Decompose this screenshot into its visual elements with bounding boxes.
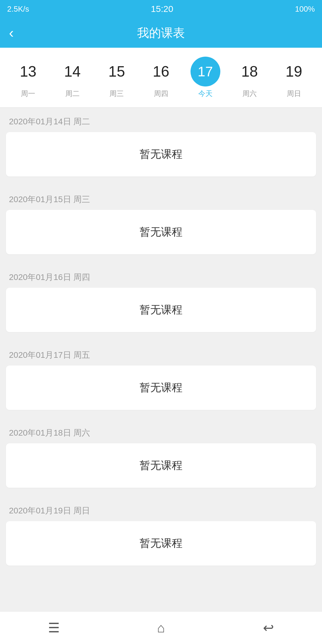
day-item-15[interactable]: 15周三 xyxy=(99,57,134,98)
week-selector: 13周一14周二15周三16周四17今天18周六19周日 xyxy=(0,48,322,108)
day-item-17[interactable]: 17今天 xyxy=(188,57,223,98)
day-label: 今天 xyxy=(198,89,213,98)
day-section-header-5: 2020年01月19日 周日 xyxy=(0,497,322,521)
no-course-text-4: 暂无课程 xyxy=(140,458,182,473)
day-number-wrap: 17 xyxy=(191,57,220,86)
day-number: 18 xyxy=(241,64,258,79)
day-section-body-3: 暂无课程 xyxy=(6,366,316,410)
bottom-nav: ☰ ⌂ ↩ xyxy=(0,611,322,644)
day-number: 16 xyxy=(153,64,169,79)
day-label: 周四 xyxy=(154,89,168,98)
day-item-13[interactable]: 13周一 xyxy=(10,57,46,98)
menu-button[interactable]: ☰ xyxy=(39,616,69,640)
day-section-3: 2020年01月17日 周五暂无课程 xyxy=(0,341,322,410)
no-course-text-0: 暂无课程 xyxy=(140,147,182,162)
status-right: 100% xyxy=(295,4,315,14)
day-number-wrap: 16 xyxy=(146,57,176,86)
back-nav-button[interactable]: ↩ xyxy=(253,616,283,640)
day-number: 19 xyxy=(286,64,302,79)
day-label: 周六 xyxy=(242,89,257,98)
day-section-body-0: 暂无课程 xyxy=(6,132,316,177)
home-button[interactable]: ⌂ xyxy=(146,616,176,640)
day-label: 周二 xyxy=(65,89,80,98)
day-number: 14 xyxy=(64,64,81,79)
day-section-body-1: 暂无课程 xyxy=(6,210,316,254)
day-item-19[interactable]: 19周日 xyxy=(276,57,312,98)
day-section-header-3: 2020年01月17日 周五 xyxy=(0,341,322,366)
home-icon: ⌂ xyxy=(157,620,165,635)
day-section-5: 2020年01月19日 周日暂无课程 xyxy=(0,497,322,566)
day-number-wrap: 13 xyxy=(13,57,43,86)
day-section-body-5: 暂无课程 xyxy=(6,521,316,566)
status-bar: 2.5K/s 15:20 100% xyxy=(0,0,322,18)
day-section-header-1: 2020年01月15日 周三 xyxy=(0,185,322,210)
day-section-2: 2020年01月16日 周四暂无课程 xyxy=(0,263,322,332)
page-title: 我的课表 xyxy=(137,25,185,41)
day-section-0: 2020年01月14日 周二暂无课程 xyxy=(0,108,322,177)
day-item-16[interactable]: 16周四 xyxy=(143,57,179,98)
day-label: 周三 xyxy=(109,89,124,98)
day-number-wrap: 19 xyxy=(279,57,309,86)
status-time: 15:20 xyxy=(151,4,173,14)
network-speed: 2.5K/s xyxy=(7,4,29,14)
day-item-18[interactable]: 18周六 xyxy=(232,57,267,98)
content-area: 2020年01月14日 周二暂无课程2020年01月15日 周三暂无课程2020… xyxy=(0,108,322,566)
day-section-header-4: 2020年01月18日 周六 xyxy=(0,419,322,443)
day-number: 13 xyxy=(20,64,36,79)
no-course-text-1: 暂无课程 xyxy=(140,225,182,239)
day-section-body-2: 暂无课程 xyxy=(6,288,316,332)
back-button[interactable]: ‹ xyxy=(9,26,14,40)
no-course-text-3: 暂无课程 xyxy=(140,380,182,395)
battery-icon: 100% xyxy=(295,4,315,14)
day-section-body-4: 暂无课程 xyxy=(6,443,316,488)
day-label: 周日 xyxy=(287,89,301,98)
day-item-14[interactable]: 14周二 xyxy=(55,57,90,98)
no-course-text-2: 暂无课程 xyxy=(140,303,182,317)
day-section-header-0: 2020年01月14日 周二 xyxy=(0,108,322,132)
menu-icon: ☰ xyxy=(48,620,60,635)
day-number: 17 xyxy=(198,65,213,78)
title-bar: ‹ 我的课表 xyxy=(0,18,322,48)
no-course-text-5: 暂无课程 xyxy=(140,536,182,551)
day-number: 15 xyxy=(109,64,125,79)
day-number-wrap: 15 xyxy=(102,57,131,86)
back-nav-icon: ↩ xyxy=(263,620,274,635)
day-number-wrap: 18 xyxy=(235,57,264,86)
day-section-header-2: 2020年01月16日 周四 xyxy=(0,263,322,288)
day-label: 周一 xyxy=(21,89,35,98)
status-left: 2.5K/s xyxy=(7,4,29,14)
day-number-wrap: 14 xyxy=(58,57,87,86)
day-section-1: 2020年01月15日 周三暂无课程 xyxy=(0,185,322,254)
day-section-4: 2020年01月18日 周六暂无课程 xyxy=(0,419,322,488)
